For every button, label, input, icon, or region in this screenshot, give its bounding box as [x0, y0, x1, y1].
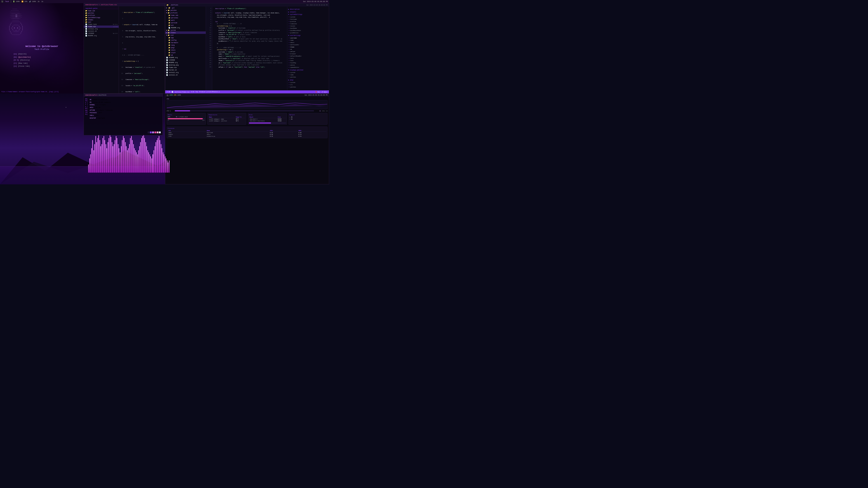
tree-item[interactable]: 📄 LICENSE	[165, 59, 206, 61]
tree-item[interactable]: ▶📁 .git	[165, 6, 206, 9]
tree-item[interactable]: ▶📁 system	[165, 29, 206, 31]
dotfiles-header: 📁 .dotfiles Sat 2024-03-09 05:06:00 PM	[165, 3, 329, 6]
vis-bar	[88, 164, 89, 173]
producer-path: Producer.p/LibrePhoenix.p	[199, 91, 220, 93]
props-item: • name	[288, 39, 328, 41]
vis-bar	[118, 144, 119, 173]
neofetch-ascii: WE| OS| G | Y | A | BI| MA| CN| RI|	[85, 98, 88, 120]
vis-bar	[139, 146, 140, 173]
tree-item[interactable]: 📁 shell	[165, 49, 206, 51]
list-item[interactable]: 📄README.org	[84, 35, 119, 37]
tree-item[interactable]: 📁 hardware	[165, 41, 206, 44]
props-item: • fontPkg	[288, 62, 328, 64]
list-item[interactable]: 📄install.sh	[84, 30, 119, 32]
list-item[interactable]: 📁patches	[84, 12, 119, 14]
vis-bar	[142, 136, 143, 173]
tree-item[interactable]: 📁 pkgs	[165, 46, 206, 49]
props-item: • browser	[288, 53, 328, 55]
file-tree[interactable]: ▶📁 .git ▶📁 patches ▼📁 profiles 📁 home.la…	[165, 6, 206, 90]
props-item: • profile	[288, 20, 328, 23]
ascii-art: ...... .......... ............ ..:::::::…	[9, 8, 23, 35]
tree-item[interactable]: ▶📁 patches	[165, 9, 206, 11]
vis-bar	[147, 150, 148, 173]
props-item: • spawnEditor	[288, 66, 328, 68]
props-item: • name	[288, 74, 328, 76]
tree-item[interactable]: 📄 install.sh	[165, 74, 206, 76]
tree-item[interactable]: 📄 harden.sh	[165, 69, 206, 71]
sysmon-panel: ⬛ 100% 20% 100% Sat 2024-03-09 05:06:00 …	[165, 94, 329, 184]
list-item[interactable]: 📄flake.lock27.5 K	[84, 23, 119, 26]
tree-item[interactable]: 📁 lang	[165, 44, 206, 46]
tree-item[interactable]: 📁 app	[165, 36, 206, 39]
vis-bar	[165, 156, 165, 173]
status-bar: ⬛ Tech 🔋 100% 📶 20% 🔊 100% 2k 1k Sat 202…	[0, 0, 329, 3]
list-item[interactable]: 📁profiles	[84, 14, 119, 17]
tree-item[interactable]: ▼📁 user	[165, 34, 206, 36]
vis-bar	[97, 138, 98, 173]
tree-item[interactable]: 📄 README.org	[165, 56, 206, 59]
tree-item[interactable]: 📄 README.org	[165, 26, 206, 29]
tree-item[interactable]: 📁 work	[165, 19, 206, 22]
vis-bar	[95, 136, 96, 173]
temperatures-card: Temperatures NameTemp(°C) card0 (amdgpu)…	[207, 113, 247, 125]
tree-item[interactable]: 📁 worklab	[165, 22, 206, 24]
tree-item[interactable]: 📁 config	[165, 39, 206, 41]
vis-bar	[129, 144, 130, 173]
qute-subtitle: Tech Profile	[0, 48, 84, 51]
cpu-graph	[166, 100, 328, 109]
vis-bar	[167, 160, 167, 173]
tree-item[interactable]: 📁 wsl	[165, 24, 206, 26]
list-item[interactable]: 📄flake.nix2.7 K	[84, 26, 119, 28]
tree-item[interactable]: 📄 flake.nix	[165, 66, 206, 69]
wifi-status: 📶 20%	[22, 1, 27, 2]
list-item[interactable]: 📁home.lab	[84, 10, 119, 12]
props-item: • src	[288, 84, 328, 86]
vis-bar	[143, 134, 144, 173]
list-item[interactable]: 📁themes	[84, 19, 119, 21]
vis-bar	[163, 152, 163, 173]
tree-item[interactable]: 📁 home.lab	[165, 14, 206, 17]
vis-bar	[114, 144, 114, 173]
vis-bar	[117, 138, 117, 173]
processes-card: Processes PIDNameCPU%MEM% 2920Hyprland0.…	[166, 127, 328, 138]
tree-item[interactable]: 📄 README.org	[165, 61, 206, 64]
file-pane[interactable]: rapidash-galax 📁home.lab 📁patches 📁profi…	[84, 6, 119, 93]
props-item: • system	[288, 71, 328, 74]
cpu-stats-row: CPU % 11 AVG: 13	[166, 110, 328, 111]
qute-title: Welcome to Qutebrowser	[0, 45, 84, 48]
tree-item[interactable]: 📄 desktop.png	[165, 64, 206, 66]
vis-bar	[110, 134, 110, 173]
brightness-status: 2k	[38, 1, 39, 2]
vis-bar	[133, 144, 134, 173]
tree-item[interactable]: 📁 wm	[165, 54, 206, 56]
cpu-section: CPU CPU % 11 AVG: 13	[166, 98, 328, 111]
vis-bar	[125, 142, 126, 173]
filemanager-header: emmet@snowfire:~/.dotfiles/flake.nix	[84, 3, 165, 6]
props-item: • grubDevice	[288, 32, 328, 34]
color-swatches	[148, 131, 161, 133]
list-item[interactable]: 📄LICENSE34.2 K	[84, 32, 119, 35]
list-item[interactable]: 📄install.org	[84, 28, 119, 30]
vis-bar	[124, 138, 125, 173]
filemanager-panel: emmet@snowfire:~/.dotfiles/flake.nix rap…	[84, 3, 165, 94]
code-editor[interactable]: description = "Flake of LibrePhoenix"; o…	[212, 6, 287, 90]
vis-bar	[92, 140, 93, 173]
vis-bar	[132, 140, 133, 173]
props-item: • locale	[288, 25, 328, 27]
tree-item[interactable]: 📄 install.org	[165, 71, 206, 74]
tree-item[interactable]: ▼📁 profiles	[165, 11, 206, 14]
vis-bar	[157, 140, 157, 173]
list-item[interactable]: 📁user	[84, 21, 119, 23]
tree-item[interactable]: 📁 personal	[165, 17, 206, 19]
battery-status: 🔋 100%	[13, 1, 20, 2]
props-item: • timezone	[288, 23, 328, 25]
neofetch-title: emmet@snowfire	[85, 94, 98, 96]
tree-item[interactable]: 📁 style	[165, 51, 206, 54]
props-item: • system	[288, 16, 328, 18]
list-item[interactable]: 📁systemSettings	[84, 17, 119, 19]
file-size: 7.5k	[167, 91, 170, 93]
vis-bar	[151, 158, 152, 173]
tree-item[interactable]: ▶📁 themes	[165, 31, 206, 34]
props-item: • bootMountPath	[288, 29, 328, 32]
cpu-title: CPU	[166, 98, 328, 100]
